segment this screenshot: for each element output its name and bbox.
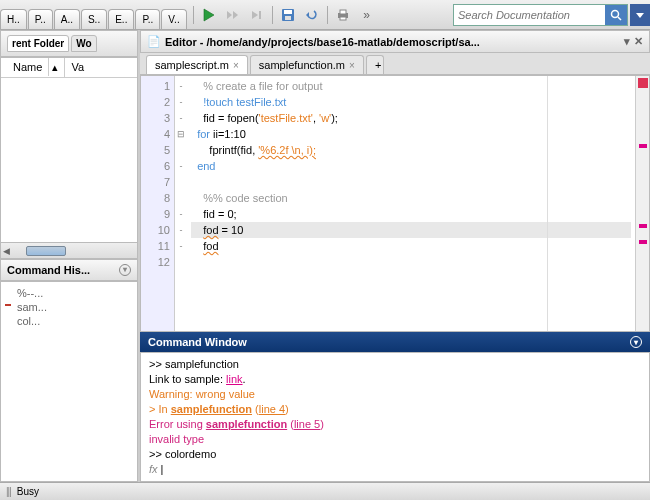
layout-menu-button[interactable] bbox=[630, 4, 650, 26]
history-item[interactable]: sam... bbox=[5, 300, 133, 314]
cmdwin-line: > In samplefunction (line 4) bbox=[149, 402, 641, 417]
step-button[interactable] bbox=[248, 6, 266, 24]
new-tab-button[interactable]: + bbox=[366, 55, 384, 74]
command-history-panel: %--...sam...col... bbox=[0, 281, 138, 483]
editor-tab[interactable]: samplescript.m× bbox=[146, 55, 248, 74]
undo-button[interactable] bbox=[303, 6, 321, 24]
save-button[interactable] bbox=[279, 6, 297, 24]
svg-marker-1 bbox=[227, 11, 232, 19]
quick-tab[interactable]: A.. bbox=[54, 9, 80, 29]
code-line[interactable]: fod = 10 bbox=[191, 222, 631, 238]
svg-rect-10 bbox=[340, 10, 346, 14]
search-box[interactable] bbox=[453, 4, 628, 26]
svg-marker-14 bbox=[636, 13, 644, 18]
tab-close-icon[interactable]: × bbox=[349, 60, 355, 71]
history-item[interactable]: col... bbox=[5, 314, 133, 328]
command-window-header[interactable]: Command Window ▾ bbox=[140, 332, 650, 352]
editor-close-icon[interactable]: ✕ bbox=[634, 35, 643, 48]
quick-tab[interactable]: V.. bbox=[161, 9, 186, 29]
quick-tab[interactable]: S.. bbox=[81, 9, 107, 29]
quick-tab[interactable]: P.. bbox=[135, 9, 160, 29]
svg-rect-7 bbox=[285, 16, 291, 20]
code-line[interactable] bbox=[191, 174, 631, 190]
command-history-header[interactable]: Command His... ▾ bbox=[0, 259, 138, 281]
col-value[interactable]: Va bbox=[65, 58, 137, 77]
col-name[interactable]: Name ▴ bbox=[1, 58, 65, 77]
run-advance-button[interactable] bbox=[224, 6, 242, 24]
code-line[interactable]: end bbox=[191, 158, 631, 174]
current-folder-panel: Name ▴ Va ◀ bbox=[0, 57, 138, 259]
status-bar: ||| Busy bbox=[0, 482, 650, 500]
cmdwin-menu-icon[interactable]: ▾ bbox=[630, 336, 642, 348]
svg-rect-4 bbox=[259, 11, 261, 19]
svg-marker-8 bbox=[306, 12, 309, 18]
svg-rect-6 bbox=[284, 10, 292, 14]
cmdwin-line: Error using samplefunction (line 5) bbox=[149, 417, 641, 432]
print-button[interactable] bbox=[334, 6, 352, 24]
svg-point-12 bbox=[612, 10, 619, 17]
svg-marker-3 bbox=[252, 11, 258, 19]
editor-header: 📄 Editor - /home/andy/projects/base16-ma… bbox=[140, 30, 650, 53]
editor-tab[interactable]: samplefunction.m× bbox=[250, 55, 364, 74]
code-line[interactable]: %% code section bbox=[191, 190, 631, 206]
quick-tab[interactable]: P.. bbox=[28, 9, 53, 29]
code-line[interactable]: !touch testFile.txt bbox=[191, 94, 631, 110]
search-input[interactable] bbox=[454, 9, 605, 21]
editor-menu-icon[interactable]: ▾ bbox=[624, 35, 630, 48]
quick-tab[interactable]: H.. bbox=[0, 9, 27, 29]
editor-body[interactable]: 123456789101112 ---⊟---- % create a file… bbox=[140, 75, 650, 332]
cmdwin-line: invalid type bbox=[149, 432, 641, 447]
code-line[interactable]: fid = fopen('testFile.txt', 'w'); bbox=[191, 110, 631, 126]
code-line[interactable]: fid = 0; bbox=[191, 206, 631, 222]
search-button[interactable] bbox=[605, 5, 627, 25]
cmdwin-line: fx | bbox=[149, 462, 641, 477]
code-line[interactable]: fprintf(fid, '%6.2f \n, i); bbox=[191, 142, 631, 158]
history-item[interactable]: %--... bbox=[5, 286, 133, 300]
more-button[interactable]: » bbox=[358, 6, 376, 24]
quick-tab[interactable]: E.. bbox=[108, 9, 134, 29]
run-button[interactable] bbox=[200, 6, 218, 24]
code-line[interactable]: for ii=1:10 bbox=[191, 126, 631, 142]
panel-menu-icon[interactable]: ▾ bbox=[119, 264, 131, 276]
command-window[interactable]: >> samplefunctionLink to sample: link.Wa… bbox=[140, 352, 650, 482]
svg-marker-2 bbox=[233, 11, 238, 19]
cmdwin-line: >> colordemo bbox=[149, 447, 641, 462]
cmdwin-line: Warning: wrong value bbox=[149, 387, 641, 402]
code-line[interactable] bbox=[191, 254, 631, 270]
tab-close-icon[interactable]: × bbox=[233, 60, 239, 71]
cmdwin-line: Link to sample: link. bbox=[149, 372, 641, 387]
svg-marker-0 bbox=[204, 9, 214, 21]
error-strip[interactable] bbox=[635, 76, 649, 331]
svg-line-13 bbox=[618, 17, 621, 20]
folder-hscroll[interactable]: ◀ bbox=[1, 242, 137, 258]
svg-rect-11 bbox=[340, 17, 346, 20]
code-line[interactable]: % create a file for output bbox=[191, 78, 631, 94]
code-line[interactable]: fod bbox=[191, 238, 631, 254]
status-icon: ||| bbox=[6, 486, 11, 497]
cmdwin-line: >> samplefunction bbox=[149, 357, 641, 372]
current-folder-header[interactable]: rent Folder Wo bbox=[0, 30, 138, 57]
status-text: Busy bbox=[17, 486, 39, 497]
editor-path: Editor - /home/andy/projects/base16-matl… bbox=[165, 36, 620, 48]
